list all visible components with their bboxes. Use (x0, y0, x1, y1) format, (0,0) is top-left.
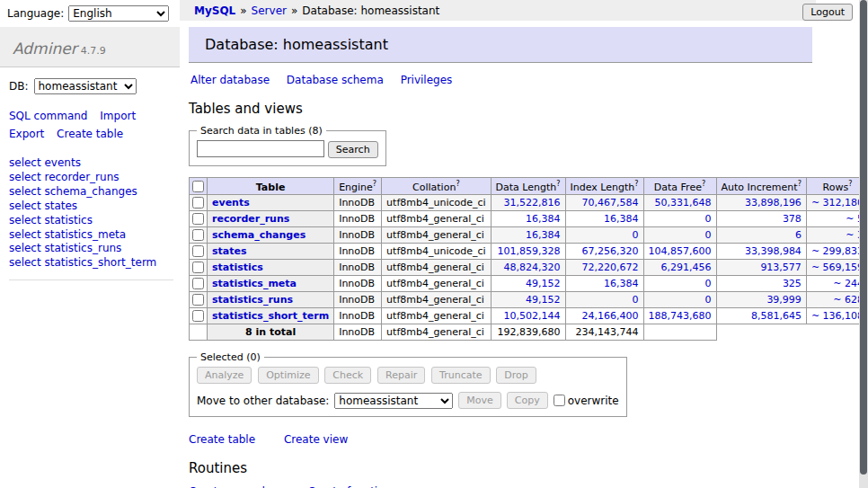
table-name-link[interactable]: states (212, 245, 247, 257)
data-length-link[interactable]: 49,152 (526, 294, 561, 306)
index-length-link[interactable]: 16,384 (604, 278, 639, 289)
language-select[interactable]: English (68, 5, 169, 22)
app-version[interactable]: 4.7.9 (81, 45, 106, 57)
optimize-button[interactable]: Optimize (258, 367, 318, 384)
index-length-link[interactable]: 72,220,672 (582, 262, 639, 273)
table-name-link[interactable]: statistics (212, 262, 263, 273)
auto-increment-link[interactable]: 378 (783, 213, 802, 225)
row-checkbox[interactable] (192, 197, 204, 209)
auto-increment-link[interactable]: 33,398,984 (745, 245, 802, 257)
data-free-link[interactable]: 0 (705, 213, 712, 225)
sidebar-create-table-link[interactable]: Create table (57, 128, 123, 140)
overwrite-option[interactable]: overwrite (554, 395, 619, 407)
import-link[interactable]: Import (100, 110, 136, 122)
table-name-link[interactable]: events (212, 197, 250, 209)
row-checkbox[interactable] (192, 262, 204, 273)
analyze-button[interactable]: Analyze (197, 367, 252, 384)
scrollbar[interactable] (859, 0, 868, 488)
create-view-link[interactable]: Create view (284, 433, 348, 446)
breadcrumb-mysql-link[interactable]: MySQL (194, 4, 235, 17)
move-button[interactable]: Move (458, 392, 501, 409)
data-length-link[interactable]: 48,824,320 (504, 262, 561, 273)
alter-database-link[interactable]: Alter database (190, 74, 270, 86)
row-checkbox[interactable] (192, 245, 204, 257)
create-table-link[interactable]: Create table (189, 433, 255, 446)
truncate-button[interactable]: Truncate (431, 367, 490, 384)
engine-cell: InnoDB (334, 227, 382, 244)
auto-increment-link[interactable]: 913,577 (760, 262, 802, 273)
index-length-link[interactable]: 16,384 (604, 213, 639, 225)
table-name-link[interactable]: statistics_short_term (212, 310, 329, 322)
sidebar-table-link[interactable]: select events (9, 156, 173, 171)
database-schema-link[interactable]: Database schema (287, 74, 384, 86)
data-length-link[interactable]: 101,859,328 (498, 245, 561, 257)
table-name-link[interactable]: statistics_runs (212, 294, 293, 306)
data-free-link[interactable]: 0 (705, 294, 712, 306)
move-db-select[interactable]: homeassistant (334, 393, 453, 409)
data-free-link[interactable]: 6,291,456 (661, 262, 712, 273)
rows-count-link[interactable]: ~ 299,833 (811, 245, 864, 257)
data-free-link[interactable]: 0 (705, 278, 712, 289)
row-checkbox[interactable] (192, 229, 204, 241)
row-checkbox[interactable] (192, 213, 204, 225)
index-length-link[interactable]: 0 (633, 229, 639, 241)
auto-increment-link[interactable]: 6 (795, 229, 802, 241)
sql-command-link[interactable]: SQL command (9, 110, 87, 122)
data-length-link[interactable]: 16,384 (526, 229, 561, 241)
data-length-link[interactable]: 10,502,144 (504, 310, 561, 322)
table-name-link[interactable]: statistics_meta (212, 278, 297, 289)
rows-count-link[interactable]: ~ 136,108 (811, 310, 864, 322)
row-checkbox[interactable] (192, 294, 204, 306)
rows-count-link[interactable]: ~ 569,159 (811, 262, 864, 273)
logout-button[interactable]: Logout (802, 4, 853, 21)
table-name-link[interactable]: recorder_runs (212, 213, 289, 225)
sidebar-table-link[interactable]: select states (9, 200, 173, 214)
data-length-cell: 49,152 (491, 276, 565, 292)
row-checkbox[interactable] (192, 278, 204, 289)
repair-button[interactable]: Repair (377, 367, 425, 384)
index-length-link[interactable]: 67,256,320 (582, 245, 639, 257)
db-select[interactable]: homeassistant (34, 78, 137, 94)
auto-increment-link[interactable]: 325 (783, 278, 802, 289)
export-link[interactable]: Export (9, 128, 44, 140)
data-free-link[interactable]: 188,743,680 (649, 310, 712, 322)
index-length-cell: 67,256,320 (565, 244, 643, 260)
help-hint: ? (798, 180, 802, 188)
index-length-link[interactable]: 24,166,400 (582, 310, 639, 322)
sidebar-table-link[interactable]: select schema_changes (9, 185, 173, 200)
sidebar-table-link[interactable]: select statistics_meta (9, 228, 173, 243)
auto-increment-link[interactable]: 39,999 (766, 294, 802, 306)
copy-button[interactable]: Copy (507, 392, 548, 409)
index-length-link[interactable]: 0 (633, 294, 639, 306)
check-button[interactable]: Check (324, 367, 371, 384)
data-length-link[interactable]: 49,152 (526, 278, 561, 289)
scrollbar-thumb[interactable] (860, 0, 867, 475)
overwrite-checkbox[interactable] (554, 395, 565, 406)
sidebar-table-link[interactable]: select statistics_runs (9, 242, 173, 256)
auto-increment-link[interactable]: 33,898,196 (745, 197, 802, 209)
index-length-link[interactable]: 70,467,584 (582, 197, 639, 209)
breadcrumb-server-link[interactable]: Server (252, 4, 287, 17)
select-all-checkbox[interactable] (192, 181, 204, 192)
data-free-link[interactable]: 50,331,648 (655, 197, 712, 209)
data-length-link[interactable]: 16,384 (526, 213, 561, 225)
search-button[interactable]: Search (328, 141, 378, 158)
app-name[interactable]: Adminer (13, 40, 77, 58)
privileges-link[interactable]: Privileges (401, 74, 453, 86)
drop-button[interactable]: Drop (496, 367, 536, 384)
auto-increment-link[interactable]: 8,581,645 (751, 310, 802, 322)
sidebar-table-link[interactable]: select statistics_short_term (9, 256, 173, 271)
data-free-link[interactable]: 0 (705, 229, 712, 241)
page-title: Database: homeassistant (189, 27, 812, 63)
search-input[interactable] (197, 140, 324, 157)
table-name-link[interactable]: schema_changes (212, 229, 306, 241)
sidebar-table-link[interactable]: select recorder_runs (9, 171, 173, 185)
data-free-link[interactable]: 104,857,600 (649, 245, 712, 257)
breadcrumb-separator: » (240, 4, 246, 17)
row-select-cell (190, 244, 208, 260)
selected-buttons-row: Analyze Optimize Check Repair Truncate D… (197, 367, 619, 384)
row-checkbox[interactable] (192, 310, 204, 322)
data-length-link[interactable]: 31,522,816 (504, 197, 561, 209)
sidebar-table-link[interactable]: select statistics (9, 214, 173, 228)
rows-count-link[interactable]: ~ 312,180 (811, 197, 864, 209)
